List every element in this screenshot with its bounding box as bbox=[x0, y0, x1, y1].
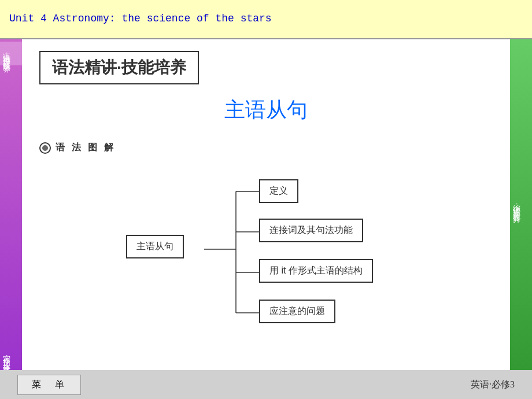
sidebar-tab-comprehensive[interactable]: 综合训练·能力提升 bbox=[510, 193, 532, 216]
title-text: Unit 4 Astronomy: the science of the sta… bbox=[9, 12, 272, 25]
diagram-branch-3: 用 it 作形式主语的结构 bbox=[259, 259, 373, 283]
right-sidebar: 综合训练·能力提升 bbox=[510, 39, 532, 370]
diagram-area: 主语从句 定义 连接词及其句法功能 用 it 作形式主语的结构 应注意的问题 bbox=[39, 171, 493, 333]
sidebar-tab-grammar[interactable]: 语法精讲·技能培养 bbox=[0, 42, 22, 65]
diagram-root: 主语从句 bbox=[126, 235, 184, 258]
bottom-label: 英语·必修3 bbox=[471, 379, 515, 391]
grammar-icon bbox=[39, 142, 51, 154]
grammar-icon-inner bbox=[42, 145, 48, 151]
main-heading: 主语从句 bbox=[39, 96, 493, 124]
diagram-branch-2: 连接词及其句法功能 bbox=[259, 219, 363, 242]
title-bar: Unit 4 Astronomy: the science of the sta… bbox=[0, 0, 532, 39]
menu-button[interactable]: 菜 单 bbox=[17, 375, 81, 395]
left-sidebar: 语法精讲·技能培养 写作指导·技法借鉴 bbox=[0, 39, 22, 370]
grammar-label: 语 法 图 解 bbox=[39, 142, 493, 154]
bottom-bar: 菜 单 英语·必修3 bbox=[0, 370, 532, 399]
main-content: 语法精讲·技能培养 主语从句 语 法 图 解 bbox=[22, 39, 510, 370]
diagram-branch-4: 应注意的问题 bbox=[259, 300, 335, 323]
diagram-branch-1: 定义 bbox=[259, 179, 298, 203]
sidebar-tab-writing[interactable]: 写作指导·技法借鉴 bbox=[0, 344, 22, 368]
section-title: 语法精讲·技能培养 bbox=[39, 51, 199, 84]
